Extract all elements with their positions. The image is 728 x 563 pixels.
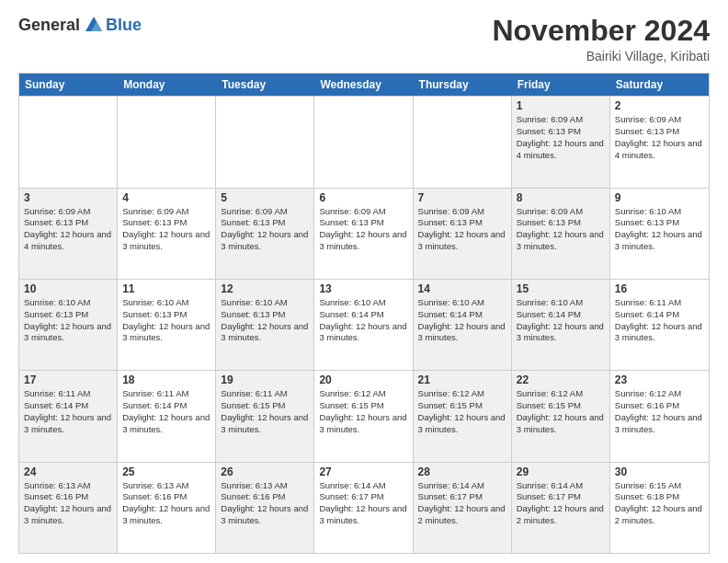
calendar-cell-r3-c6: 23Sunrise: 6:12 AM Sunset: 6:16 PM Dayli… <box>610 371 709 461</box>
calendar-row-2: 10Sunrise: 6:10 AM Sunset: 6:13 PM Dayli… <box>19 279 709 370</box>
month-title: November 2024 <box>492 15 710 47</box>
day-number: 15 <box>517 282 605 295</box>
day-number: 23 <box>615 373 704 386</box>
day-number: 24 <box>24 465 112 478</box>
day-info: Sunrise: 6:12 AM Sunset: 6:16 PM Dayligh… <box>615 388 704 435</box>
logo: General Blue <box>18 15 142 35</box>
calendar-header: Sunday Monday Tuesday Wednesday Thursday… <box>19 74 709 96</box>
title-section: November 2024 Bairiki Village, Kiribati <box>492 15 710 63</box>
day-number: 2 <box>615 99 704 112</box>
day-number: 3 <box>24 191 112 204</box>
day-info: Sunrise: 6:13 AM Sunset: 6:16 PM Dayligh… <box>24 480 112 527</box>
day-info: Sunrise: 6:11 AM Sunset: 6:14 PM Dayligh… <box>24 388 112 435</box>
calendar-cell-r0-c1 <box>118 97 216 187</box>
day-number: 10 <box>24 282 112 295</box>
day-number: 8 <box>517 191 605 204</box>
calendar-cell-r1-c3: 6Sunrise: 6:09 AM Sunset: 6:13 PM Daylig… <box>314 189 413 279</box>
calendar-cell-r1-c4: 7Sunrise: 6:09 AM Sunset: 6:13 PM Daylig… <box>414 189 512 279</box>
day-info: Sunrise: 6:10 AM Sunset: 6:13 PM Dayligh… <box>221 297 309 344</box>
header-saturday: Saturday <box>610 74 709 96</box>
location: Bairiki Village, Kiribati <box>492 49 710 63</box>
day-info: Sunrise: 6:10 AM Sunset: 6:13 PM Dayligh… <box>615 206 704 253</box>
day-number: 13 <box>319 282 407 295</box>
day-info: Sunrise: 6:09 AM Sunset: 6:13 PM Dayligh… <box>221 206 309 253</box>
calendar-cell-r3-c3: 20Sunrise: 6:12 AM Sunset: 6:15 PM Dayli… <box>314 371 413 461</box>
day-number: 4 <box>122 191 210 204</box>
calendar-cell-r4-c1: 25Sunrise: 6:13 AM Sunset: 6:16 PM Dayli… <box>118 463 216 553</box>
day-number: 29 <box>517 465 605 478</box>
calendar-cell-r0-c3 <box>314 97 413 187</box>
calendar-cell-r0-c0 <box>19 97 118 187</box>
day-info: Sunrise: 6:15 AM Sunset: 6:18 PM Dayligh… <box>615 480 704 527</box>
day-info: Sunrise: 6:09 AM Sunset: 6:13 PM Dayligh… <box>517 206 605 253</box>
calendar-cell-r3-c0: 17Sunrise: 6:11 AM Sunset: 6:14 PM Dayli… <box>19 371 118 461</box>
calendar-cell-r4-c6: 30Sunrise: 6:15 AM Sunset: 6:18 PM Dayli… <box>610 463 709 553</box>
day-number: 9 <box>615 191 704 204</box>
calendar-cell-r4-c3: 27Sunrise: 6:14 AM Sunset: 6:17 PM Dayli… <box>314 463 413 553</box>
calendar-cell-r2-c4: 14Sunrise: 6:10 AM Sunset: 6:14 PM Dayli… <box>414 280 512 370</box>
calendar-cell-r3-c2: 19Sunrise: 6:11 AM Sunset: 6:15 PM Dayli… <box>216 371 314 461</box>
day-info: Sunrise: 6:10 AM Sunset: 6:14 PM Dayligh… <box>418 297 506 344</box>
day-info: Sunrise: 6:12 AM Sunset: 6:15 PM Dayligh… <box>517 388 605 435</box>
day-info: Sunrise: 6:14 AM Sunset: 6:17 PM Dayligh… <box>418 480 506 527</box>
day-number: 18 <box>122 373 210 386</box>
calendar-row-4: 24Sunrise: 6:13 AM Sunset: 6:16 PM Dayli… <box>19 462 709 553</box>
day-number: 14 <box>418 282 506 295</box>
logo-icon <box>84 15 104 35</box>
day-info: Sunrise: 6:10 AM Sunset: 6:14 PM Dayligh… <box>517 297 605 344</box>
day-info: Sunrise: 6:09 AM Sunset: 6:13 PM Dayligh… <box>122 206 210 253</box>
calendar-body: 1Sunrise: 6:09 AM Sunset: 6:13 PM Daylig… <box>19 96 709 553</box>
day-info: Sunrise: 6:09 AM Sunset: 6:13 PM Dayligh… <box>319 206 407 253</box>
calendar-cell-r2-c3: 13Sunrise: 6:10 AM Sunset: 6:14 PM Dayli… <box>314 280 413 370</box>
day-info: Sunrise: 6:09 AM Sunset: 6:13 PM Dayligh… <box>24 206 112 253</box>
day-number: 25 <box>122 465 210 478</box>
calendar-row-3: 17Sunrise: 6:11 AM Sunset: 6:14 PM Dayli… <box>19 370 709 461</box>
calendar-cell-r2-c1: 11Sunrise: 6:10 AM Sunset: 6:13 PM Dayli… <box>118 280 216 370</box>
page: General Blue November 2024 Bairiki Villa… <box>0 0 728 563</box>
calendar-cell-r1-c6: 9Sunrise: 6:10 AM Sunset: 6:13 PM Daylig… <box>610 189 709 279</box>
calendar-cell-r2-c5: 15Sunrise: 6:10 AM Sunset: 6:14 PM Dayli… <box>512 280 610 370</box>
calendar-cell-r1-c5: 8Sunrise: 6:09 AM Sunset: 6:13 PM Daylig… <box>512 189 610 279</box>
day-number: 11 <box>122 282 210 295</box>
calendar-cell-r2-c2: 12Sunrise: 6:10 AM Sunset: 6:13 PM Dayli… <box>216 280 314 370</box>
day-number: 5 <box>221 191 309 204</box>
day-number: 20 <box>319 373 407 386</box>
day-info: Sunrise: 6:14 AM Sunset: 6:17 PM Dayligh… <box>517 480 605 527</box>
day-info: Sunrise: 6:12 AM Sunset: 6:15 PM Dayligh… <box>418 388 506 435</box>
day-info: Sunrise: 6:09 AM Sunset: 6:13 PM Dayligh… <box>517 114 605 161</box>
calendar: Sunday Monday Tuesday Wednesday Thursday… <box>18 73 710 554</box>
day-number: 19 <box>221 373 309 386</box>
calendar-cell-r2-c0: 10Sunrise: 6:10 AM Sunset: 6:13 PM Dayli… <box>19 280 118 370</box>
calendar-cell-r0-c5: 1Sunrise: 6:09 AM Sunset: 6:13 PM Daylig… <box>512 97 610 187</box>
day-number: 17 <box>24 373 112 386</box>
day-number: 7 <box>418 191 506 204</box>
day-info: Sunrise: 6:10 AM Sunset: 6:14 PM Dayligh… <box>319 297 407 344</box>
calendar-cell-r4-c4: 28Sunrise: 6:14 AM Sunset: 6:17 PM Dayli… <box>414 463 512 553</box>
day-number: 28 <box>418 465 506 478</box>
day-number: 21 <box>418 373 506 386</box>
day-number: 12 <box>221 282 309 295</box>
day-info: Sunrise: 6:11 AM Sunset: 6:15 PM Dayligh… <box>221 388 309 435</box>
day-info: Sunrise: 6:13 AM Sunset: 6:16 PM Dayligh… <box>221 480 309 527</box>
header-thursday: Thursday <box>414 74 512 96</box>
day-info: Sunrise: 6:10 AM Sunset: 6:13 PM Dayligh… <box>122 297 210 344</box>
calendar-cell-r1-c1: 4Sunrise: 6:09 AM Sunset: 6:13 PM Daylig… <box>118 189 216 279</box>
calendar-cell-r1-c2: 5Sunrise: 6:09 AM Sunset: 6:13 PM Daylig… <box>216 189 314 279</box>
header: General Blue November 2024 Bairiki Villa… <box>18 15 710 63</box>
header-sunday: Sunday <box>19 74 118 96</box>
day-info: Sunrise: 6:10 AM Sunset: 6:13 PM Dayligh… <box>24 297 112 344</box>
calendar-cell-r1-c0: 3Sunrise: 6:09 AM Sunset: 6:13 PM Daylig… <box>19 189 118 279</box>
day-info: Sunrise: 6:13 AM Sunset: 6:16 PM Dayligh… <box>122 480 210 527</box>
day-number: 22 <box>517 373 605 386</box>
header-friday: Friday <box>512 74 610 96</box>
header-tuesday: Tuesday <box>216 74 314 96</box>
calendar-cell-r4-c0: 24Sunrise: 6:13 AM Sunset: 6:16 PM Dayli… <box>19 463 118 553</box>
logo-general-text: General <box>18 16 80 35</box>
header-wednesday: Wednesday <box>314 74 413 96</box>
calendar-cell-r0-c6: 2Sunrise: 6:09 AM Sunset: 6:13 PM Daylig… <box>610 97 709 187</box>
calendar-cell-r3-c5: 22Sunrise: 6:12 AM Sunset: 6:15 PM Dayli… <box>512 371 610 461</box>
day-info: Sunrise: 6:11 AM Sunset: 6:14 PM Dayligh… <box>122 388 210 435</box>
day-number: 1 <box>517 99 605 112</box>
logo-blue-text: Blue <box>106 16 142 35</box>
header-monday: Monday <box>118 74 216 96</box>
